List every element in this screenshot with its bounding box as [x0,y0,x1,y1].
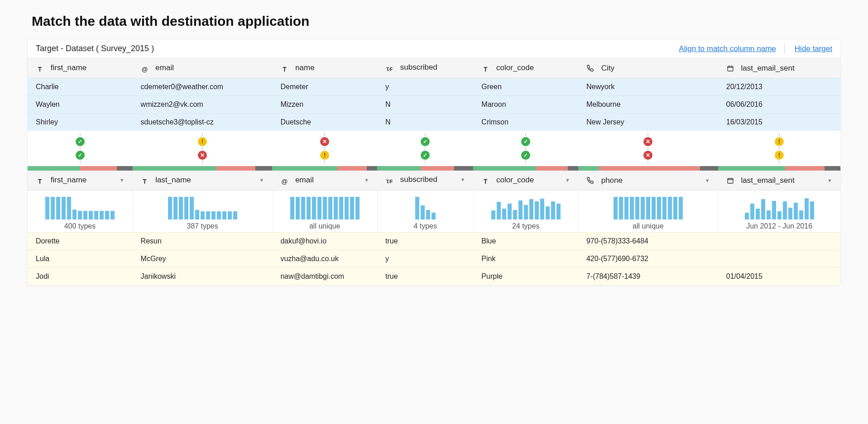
target-cell: wmizzen2@vk.com [133,96,273,114]
email-type-icon: @ [141,65,149,73]
source-cell: vuzha@adu.co.uk [272,250,377,268]
target-cell: Crimson [473,114,578,131]
hide-target-link[interactable]: Hide target [795,44,832,53]
source-columns-header: T first_name▼T last_name▼@ email▼T⁄F sub… [28,171,840,191]
target-row: Waylenwmizzen2@vk.comMizzenNMaroonMelbou… [28,96,840,114]
status-warning-icon: ! [320,151,329,160]
dropdown-icon[interactable]: ▼ [259,177,264,183]
target-row: Charliecdemeter0@weather.comDemeteryGree… [28,78,840,96]
target-column-label: name [295,63,315,72]
source-row: DoretteResundakuf@hovi.iotrueBlue970-(57… [28,233,840,250]
status-ok-icon: ✓ [421,137,430,146]
target-cell: 20/12/2013 [718,78,840,96]
status-ok-icon: ✓ [76,137,85,146]
dropdown-icon[interactable]: ▼ [565,177,570,183]
dropdown-icon[interactable]: ▼ [364,177,369,183]
align-columns-link[interactable]: Align to match column name [679,44,776,53]
quality-bar [133,166,273,171]
target-cell: Maroon [473,96,578,114]
source-cell: 420-(577)690-6732 [578,250,718,268]
source-column-header[interactable]: phone▼ [578,171,718,191]
source-cell: Blue [473,233,578,250]
column-match-status: ✓✓ [377,133,473,163]
text-type-icon: T [481,65,489,73]
status-ok-icon: ✓ [76,151,85,160]
source-cell: naw@damtibgi.com [272,268,377,286]
target-row: Shirleysduetsche3@toplist-czDuetscheNCri… [28,114,840,131]
source-cell: y [377,250,473,268]
source-cell: Resun [133,233,273,250]
target-column-label: subscribed [400,63,437,71]
target-cell: Waylen [28,96,133,114]
target-column-header: T color_code [473,58,578,78]
status-error-icon: ✕ [643,151,652,160]
distribution-label: 24 types [482,222,570,230]
distribution-label: Jun 2012 - Jun 2016 [726,222,832,230]
column-match-status: ✕✕ [578,133,718,163]
page-title: Match the data with destination applicat… [32,14,836,29]
source-cell: Dorette [28,233,133,250]
distribution-cell: Jun 2012 - Jun 2016 [718,191,840,233]
quality-bar [272,166,377,171]
target-cell: Green [473,78,578,96]
date-type-icon [726,64,734,72]
distribution-cell: 4 types [377,191,473,233]
target-cell: Newyork [578,78,718,96]
source-cell: 7-(784)587-1439 [578,268,718,286]
target-cell: y [377,78,473,96]
dropdown-icon[interactable]: ▼ [827,178,832,183]
target-column-header: T name [272,58,377,78]
quality-bar [718,166,840,171]
target-cell: Demeter [272,78,377,96]
source-column-header[interactable]: T color_code▼ [473,171,578,191]
target-cell: Duetsche [272,114,377,131]
text-type-icon: T [36,177,44,186]
source-cell: Purple [473,268,578,286]
target-cell: Charlie [28,78,133,96]
distribution-cell: all unique [578,191,718,233]
source-column-header[interactable]: last_email_sent▼ [718,171,840,191]
distribution-sparkline [141,196,264,219]
column-match-status: !! [718,133,840,163]
distribution-sparkline [386,196,465,219]
source-row: LulaMcGreyvuzha@adu.co.ukyPink420-(577)6… [28,250,840,268]
date-type-icon [726,176,734,185]
source-column-header[interactable]: T⁄F subscribed▼ [377,171,473,191]
source-cell: Jodi [28,268,133,286]
dropdown-icon[interactable]: ▼ [120,177,125,183]
text-type-icon: T [481,177,489,186]
text-type-icon: T [280,65,288,73]
source-cell: Pink [473,250,578,268]
source-column-header[interactable]: @ email▼ [272,171,377,191]
dropdown-icon[interactable]: ▼ [460,177,465,182]
dropdown-icon[interactable]: ▼ [705,178,710,183]
distribution-sparkline [281,196,369,219]
source-cell: true [377,268,473,286]
target-cell: Mizzen [272,96,377,114]
target-column-label: last_email_sent [741,64,794,72]
source-column-label: first_name [51,176,86,184]
distribution-cell: 387 types [133,191,273,233]
source-column-header[interactable]: T first_name▼ [28,171,133,191]
panel-topbar: Target - Dataset ( Survey_2015 ) Align t… [28,39,840,58]
distribution-label: 400 types [36,222,124,230]
target-cell: 16/03/2015 [718,114,840,131]
svg-rect-1 [728,178,733,183]
source-cell: Lula [28,250,133,268]
column-match-status: !✕ [133,133,273,163]
status-ok-icon: ✓ [521,151,530,160]
source-row: JodiJanikowskinaw@damtibgi.comtruePurple… [28,268,840,286]
match-status-row: ✓✓!✕✕!✓✓✓✓✕✕!! [28,131,840,166]
status-warning-icon: ! [198,137,207,146]
source-column-label: phone [601,176,623,185]
status-error-icon: ✕ [320,137,329,146]
source-column-header[interactable]: T last_name▼ [133,171,273,191]
target-column-header: last_email_sent [718,58,840,78]
target-column-header: City [578,58,718,78]
target-column-header: T⁄F subscribed [377,58,473,78]
quality-bar [473,166,578,171]
target-column-label: City [601,64,614,72]
source-cell: 01/04/2015 [718,268,840,286]
distribution-label: 4 types [386,222,465,230]
status-ok-icon: ✓ [421,151,430,160]
